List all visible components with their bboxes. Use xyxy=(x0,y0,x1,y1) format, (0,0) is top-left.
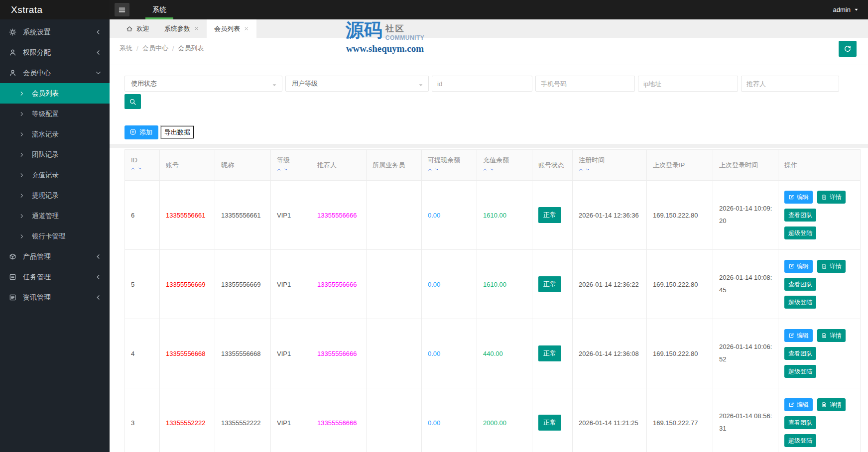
sort-desc-icon[interactable] xyxy=(138,166,143,174)
add-button[interactable]: 添加 xyxy=(124,125,158,139)
edit-button[interactable]: 编辑 xyxy=(784,398,813,411)
sort-desc-icon[interactable] xyxy=(586,167,591,175)
detail-button[interactable]: 详情 xyxy=(817,191,846,204)
topnav-system-label: 系统 xyxy=(152,5,166,14)
tab-member-list[interactable]: 会员列表 xyxy=(207,19,256,38)
detail-button[interactable]: 详情 xyxy=(817,329,846,342)
export-button[interactable]: 导出数据 xyxy=(161,126,194,138)
sidebar-item-label: 产品管理 xyxy=(23,252,51,261)
user-menu[interactable]: admin xyxy=(833,6,859,13)
detail-button[interactable]: 详情 xyxy=(817,398,846,411)
sort-control[interactable] xyxy=(579,167,646,175)
cell-referrer: 13355556666 xyxy=(311,250,367,319)
arrow-right-icon xyxy=(19,131,25,137)
row-actions: 编辑详情查看团队超级登陆 xyxy=(784,329,848,378)
sort-control[interactable] xyxy=(277,167,311,175)
sort-asc-icon[interactable] xyxy=(483,167,489,175)
edit-button[interactable]: 编辑 xyxy=(784,260,813,273)
tab-welcome[interactable]: 欢迎 xyxy=(119,19,157,38)
sidebar-nav: 系统设置权限分配会员中心会员列表等级配置流水记录团队记录充值记录提现记录通道管理… xyxy=(0,19,110,308)
sidebar: Xstrata 系统设置权限分配会员中心会员列表等级配置流水记录团队记录充值记录… xyxy=(0,0,110,452)
close-tab-icon[interactable] xyxy=(244,26,249,31)
sidebar-item-label: 资讯管理 xyxy=(23,293,51,302)
chevron-left-icon xyxy=(95,253,102,260)
sort-control[interactable] xyxy=(483,167,532,175)
sidebar-item-recharge-records[interactable]: 充值记录 xyxy=(0,165,110,185)
sort-asc-icon[interactable] xyxy=(579,167,584,175)
cell-last_ip: 169.150.222.80 xyxy=(647,319,713,388)
view-team-button[interactable]: 查看团队 xyxy=(784,278,816,291)
edit-button[interactable]: 编辑 xyxy=(784,329,813,342)
sidebar-item-task-mgmt[interactable]: 任务管理 xyxy=(0,267,110,287)
sort-asc-icon[interactable] xyxy=(131,166,136,174)
view-team-button[interactable]: 查看团队 xyxy=(784,209,816,222)
column-header-salesman: 所属业务员 xyxy=(367,150,422,181)
breadcrumb-item: 会员列表 xyxy=(178,44,204,53)
sidebar-item-permissions[interactable]: 权限分配 xyxy=(0,42,110,63)
arrow-right-icon xyxy=(19,91,25,97)
sidebar-item-channel-mgmt[interactable]: 通道管理 xyxy=(0,206,110,226)
edit-icon xyxy=(788,263,794,269)
view-team-button[interactable]: 查看团队 xyxy=(784,416,816,429)
sidebar-item-flow-records[interactable]: 流水记录 xyxy=(0,124,110,144)
column-label: 注册时间 xyxy=(579,156,646,165)
sort-desc-icon[interactable] xyxy=(435,167,440,175)
referrer-input[interactable] xyxy=(741,76,839,92)
button-label: 详情 xyxy=(830,401,842,409)
sort-desc-icon[interactable] xyxy=(490,167,496,175)
status-filter-select[interactable]: 使用状态 xyxy=(124,76,282,92)
gear-icon xyxy=(9,28,17,36)
chevron-down-icon xyxy=(95,70,102,76)
super-login-button[interactable]: 超级登陆 xyxy=(784,434,816,447)
home-icon xyxy=(126,25,133,32)
doc-icon xyxy=(821,194,827,200)
hamburger-button[interactable] xyxy=(115,3,129,16)
sidebar-item-bankcard-mgmt[interactable]: 银行卡管理 xyxy=(0,226,110,246)
super-login-button[interactable]: 超级登陆 xyxy=(784,226,816,239)
ip-input[interactable] xyxy=(638,76,738,92)
breadcrumb-item[interactable]: 系统 xyxy=(120,44,132,53)
sidebar-subitem-label: 流水记录 xyxy=(32,130,59,139)
breadcrumb-item[interactable]: 会员中心 xyxy=(142,44,168,53)
cell-referrer: 13355556666 xyxy=(311,388,367,452)
detail-button[interactable]: 详情 xyxy=(817,260,846,273)
cell-nickname: 13355556669 xyxy=(215,250,271,319)
sidebar-item-level-config[interactable]: 等级配置 xyxy=(0,104,110,124)
view-team-button[interactable]: 查看团队 xyxy=(784,347,816,360)
chevron-left-icon xyxy=(95,274,102,280)
arrow-right-icon xyxy=(19,193,25,199)
super-login-button[interactable]: 超级登陆 xyxy=(784,365,816,378)
level-filter-select[interactable]: 用户等级 xyxy=(285,76,429,92)
sort-control[interactable] xyxy=(428,167,477,175)
app-logo: Xstrata xyxy=(0,0,110,19)
super-login-button[interactable]: 超级登陆 xyxy=(784,296,816,309)
sidebar-item-member-list[interactable]: 会员列表 xyxy=(0,83,110,104)
sidebar-item-product-mgmt[interactable]: 产品管理 xyxy=(0,246,110,267)
cell-id: 6 xyxy=(125,181,160,250)
sidebar-subitem-label: 等级配置 xyxy=(32,110,59,118)
search-button[interactable] xyxy=(124,94,141,109)
cell-withdrawable: 0.00 xyxy=(422,388,477,452)
sort-control[interactable] xyxy=(131,166,159,174)
sidebar-item-member-center[interactable]: 会员中心 xyxy=(0,63,110,83)
phone-input[interactable] xyxy=(535,76,635,92)
cell-salesman xyxy=(367,388,422,452)
cell-last_time: 2026-01-14 10:08:45 xyxy=(713,250,778,319)
caret-down-icon xyxy=(271,82,277,88)
close-tab-icon[interactable] xyxy=(194,26,199,31)
sidebar-item-withdraw-records[interactable]: 提现记录 xyxy=(0,185,110,206)
topnav-system[interactable]: 系统 xyxy=(145,0,173,19)
id-input[interactable] xyxy=(432,76,532,92)
edit-button[interactable]: 编辑 xyxy=(784,191,813,204)
column-label: 账号状态 xyxy=(538,161,572,170)
sidebar-item-news-mgmt[interactable]: 资讯管理 xyxy=(0,287,110,308)
tab-system-params[interactable]: 系统参数 xyxy=(157,19,207,38)
sort-asc-icon[interactable] xyxy=(428,167,433,175)
sort-asc-icon[interactable] xyxy=(277,167,282,175)
sidebar-item-system-settings[interactable]: 系统设置 xyxy=(0,22,110,42)
refresh-button[interactable] xyxy=(839,41,857,57)
sidebar-item-team-records[interactable]: 团队记录 xyxy=(0,144,110,165)
tab-label: 欢迎 xyxy=(136,24,149,33)
edit-icon xyxy=(788,402,794,408)
sort-desc-icon[interactable] xyxy=(284,167,289,175)
